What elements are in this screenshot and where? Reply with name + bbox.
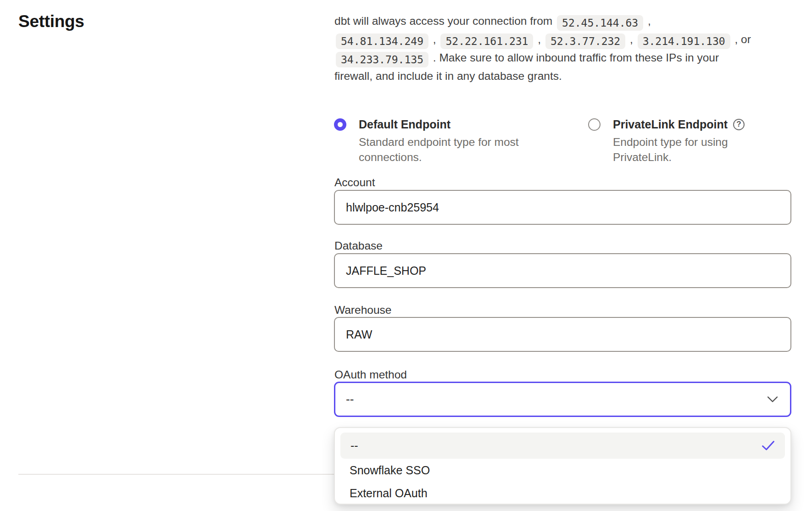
oauth-method-select[interactable]: -- xyxy=(334,382,791,417)
intro-text: dbt will always access your connection f… xyxy=(334,15,556,27)
intro-paragraph: dbt will always access your connection f… xyxy=(334,12,795,85)
radio-description: Endpoint type for using PrivateLink. xyxy=(613,134,744,165)
dropdown-option-label: Snowflake SSO xyxy=(350,464,430,477)
database-input[interactable]: JAFFLE_SHOP xyxy=(334,253,791,288)
radio-unselected-icon[interactable] xyxy=(588,118,601,131)
ip-address-chip: 52.3.77.232 xyxy=(545,33,625,49)
check-icon xyxy=(762,440,775,451)
ip-address-chip: 54.81.134.249 xyxy=(336,33,428,49)
ip-address-chip: 3.214.191.130 xyxy=(638,33,730,49)
endpoint-radio-group: Default Endpoint Standard endpoint type … xyxy=(334,117,791,165)
intro-line: firewall, and include it in any database… xyxy=(334,67,795,85)
page-title: Settings xyxy=(18,12,84,31)
endpoint-option-privatelink: PrivateLink Endpoint ? Endpoint type for… xyxy=(588,117,791,165)
account-value: hlwlpoe-cnb25954 xyxy=(346,201,439,214)
ip-address-chip: 52.22.161.231 xyxy=(440,33,533,49)
oauth-method-dropdown: -- Snowflake SSO External OAuth xyxy=(334,427,791,505)
radio-label: Default Endpoint xyxy=(359,117,450,131)
radio-label: PrivateLink Endpoint xyxy=(613,117,728,131)
intro-line: dbt will always access your connection f… xyxy=(334,12,795,31)
help-icon[interactable]: ? xyxy=(733,119,745,130)
intro-text: , xyxy=(534,33,544,45)
database-value: JAFFLE_SHOP xyxy=(346,264,426,278)
intro-text: , xyxy=(430,33,439,45)
account-label: Account xyxy=(334,176,375,189)
dropdown-option-label: -- xyxy=(350,439,358,452)
intro-text: , or xyxy=(732,33,751,45)
intro-text: , xyxy=(645,15,651,27)
radio-default-endpoint[interactable]: Default Endpoint Standard endpoint type … xyxy=(334,117,588,165)
warehouse-input[interactable]: RAW xyxy=(334,317,791,352)
dropdown-option-none[interactable]: -- xyxy=(340,433,785,459)
warehouse-label: Warehouse xyxy=(334,304,391,317)
radio-selected-icon[interactable] xyxy=(334,118,346,131)
radio-privatelink-endpoint[interactable]: PrivateLink Endpoint ? Endpoint type for… xyxy=(588,117,791,165)
ip-address-chip: 52.45.144.63 xyxy=(557,15,643,31)
intro-text: . Make sure to allow inbound traffic fro… xyxy=(430,51,719,64)
intro-text: , xyxy=(627,33,636,45)
dropdown-option-label: External OAuth xyxy=(350,487,428,500)
database-label: Database xyxy=(334,239,383,252)
settings-page: Settings dbt will always access your con… xyxy=(0,0,812,511)
dropdown-option-snowflake-sso[interactable]: Snowflake SSO xyxy=(340,459,785,482)
oauth-method-label: OAuth method xyxy=(334,368,407,381)
intro-text: firewall, and include it in any database… xyxy=(334,70,562,82)
endpoint-option-default: Default Endpoint Standard endpoint type … xyxy=(334,117,588,165)
dropdown-option-external-oauth[interactable]: External OAuth xyxy=(340,482,785,505)
warehouse-value: RAW xyxy=(346,328,372,341)
chevron-down-icon xyxy=(767,396,778,403)
account-input[interactable]: hlwlpoe-cnb25954 xyxy=(334,190,791,225)
intro-line: 34.233.79.135 . Make sure to allow inbou… xyxy=(334,49,795,67)
ip-address-chip: 34.233.79.135 xyxy=(336,52,428,67)
radio-description: Standard endpoint type for most connecti… xyxy=(359,134,526,165)
oauth-method-selected-value: -- xyxy=(346,392,354,406)
intro-line: 54.81.134.249 , 52.22.161.231 , 52.3.77.… xyxy=(334,31,795,49)
